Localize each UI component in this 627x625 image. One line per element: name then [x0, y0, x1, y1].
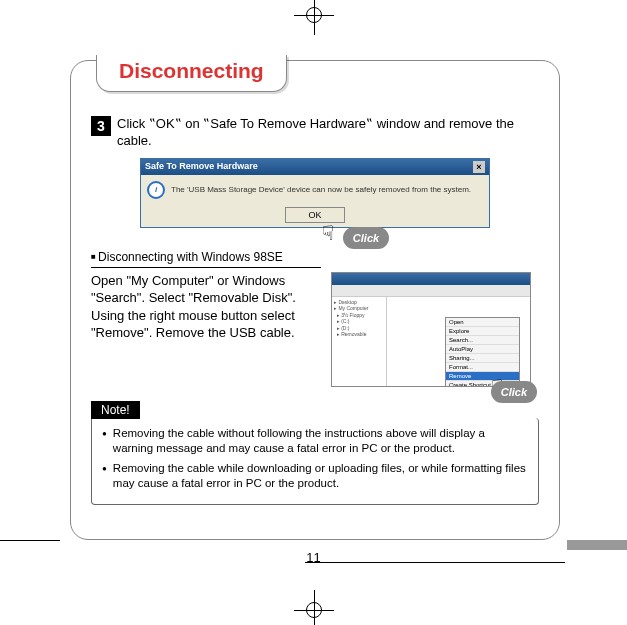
close-icon[interactable]: ×: [473, 161, 485, 173]
explorer-content: Open Explore Search... AutoPlay Sharing.…: [387, 297, 530, 386]
dialog-message: The 'USB Mass Storage Device' device can…: [171, 185, 471, 194]
note-box: Removing the cable without following the…: [91, 418, 539, 505]
step-3: 3 Click ‟OK‟ on ‟Safe To Remove Hardware…: [91, 116, 539, 150]
safe-remove-dialog: Safe To Remove Hardware × i The 'USB Mas…: [140, 158, 490, 228]
hand-cursor-icon: ☟: [322, 221, 334, 245]
note-item: Removing the cable while downloading or …: [102, 461, 528, 492]
click-badge: Click: [491, 381, 537, 403]
explorer-titlebar: [332, 273, 530, 285]
section-title: Disconnecting: [96, 55, 287, 92]
step-number-badge: 3: [91, 116, 111, 136]
explorer-toolbar: [332, 285, 530, 297]
win98-heading: Disconnecting with Windows 98SE: [91, 250, 283, 264]
page-frame: Disconnecting 3 Click ‟OK‟ on ‟Safe To R…: [70, 60, 560, 540]
crop-mark-left: [0, 540, 60, 541]
win98-instructions: Open "My Computer" or Windows "Search". …: [91, 272, 321, 387]
explorer-screenshot: ▸ Desktop▸ My Computer ▸ 3½ Floppy ▸ (C:…: [331, 272, 531, 387]
context-menu[interactable]: Open Explore Search... AutoPlay Sharing.…: [445, 317, 520, 387]
crop-mark-bottom: [294, 590, 334, 625]
step-text: Click ‟OK‟ on ‟Safe To Remove Hardware‟ …: [117, 116, 539, 150]
explorer-tree: ▸ Desktop▸ My Computer ▸ 3½ Floppy ▸ (C:…: [332, 297, 387, 386]
info-icon: i: [147, 181, 165, 199]
heading-underline: [91, 267, 321, 268]
ok-button[interactable]: OK: [285, 207, 345, 223]
crop-mark-top: [294, 0, 334, 35]
note-item: Removing the cable without following the…: [102, 426, 528, 457]
dialog-titlebar: Safe To Remove Hardware ×: [141, 159, 489, 175]
dialog-title-text: Safe To Remove Hardware: [145, 161, 258, 173]
crop-mark-right: [567, 540, 627, 550]
click-badge: Click: [343, 227, 389, 249]
note-label: Note!: [91, 401, 140, 419]
page-number-line: [305, 562, 565, 563]
